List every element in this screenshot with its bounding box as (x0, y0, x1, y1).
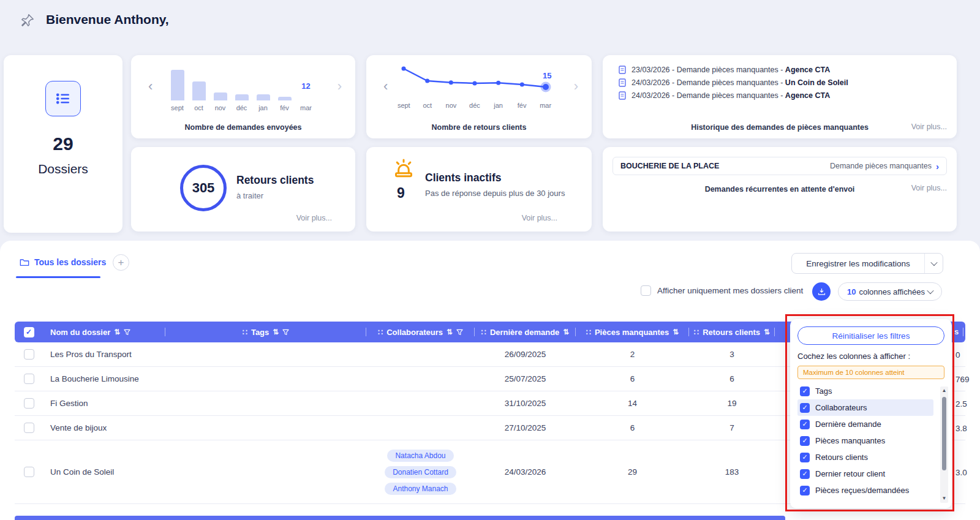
column-header-retours-clients[interactable]: ∷Retours clients⇅ (689, 322, 775, 342)
history-card: 23/03/2026 - Demande pièces manquantes -… (603, 55, 957, 138)
sort-icon[interactable]: ⇅ (273, 328, 279, 336)
sort-icon[interactable]: ⇅ (673, 328, 679, 336)
recurrente-item[interactable]: BOUCHERIE DE LA PLACE Demande pièces man… (612, 157, 947, 175)
checked-checkbox[interactable]: ✓ (800, 453, 810, 462)
bar (278, 97, 292, 100)
select-all-checkbox[interactable]: ✓ (24, 327, 34, 337)
drag-handle-icon[interactable]: ∷ (694, 328, 699, 337)
x-tick-label: fév (510, 102, 534, 109)
sort-icon[interactable]: ⇅ (114, 328, 120, 336)
bar (171, 70, 184, 100)
row-checkbox[interactable] (24, 398, 34, 409)
collaborator-pill[interactable]: Natacha Abdou (387, 450, 453, 462)
scroll-down-arrow-icon[interactable]: ▼ (940, 496, 948, 502)
clipped-cell-value: 2.5 (956, 399, 967, 408)
drag-handle-icon[interactable]: ∷ (586, 328, 591, 337)
bar-chart-title: Nombre de demandes envoyées (131, 123, 355, 132)
client-returns-count: 7 (729, 423, 734, 432)
column-toggle-dernier-retour-client[interactable]: ✓Dernier retour client (797, 465, 933, 482)
dossiers-card[interactable]: 29 Dossiers (4, 55, 123, 233)
drag-handle-icon[interactable]: ∷ (481, 328, 486, 337)
bar-value-label: 12 (295, 81, 317, 91)
sort-icon[interactable]: ⇅ (447, 328, 453, 336)
drag-handle-icon[interactable]: ∷ (243, 328, 247, 337)
dashboard-screen: Bienvenue Anthony, 29 Dossiers ‹ septoct… (0, 0, 980, 520)
column-label: Retours clients (703, 328, 760, 337)
add-tab-button[interactable]: + (113, 254, 129, 271)
chevron-right-icon[interactable]: › (574, 80, 578, 93)
missing-pieces-count: 14 (628, 399, 637, 408)
column-toggle-tags[interactable]: ✓Tags (797, 383, 933, 399)
save-modifications-button[interactable]: Enregistrer les modifications (791, 253, 943, 274)
scrollbar-thumb[interactable] (942, 397, 946, 470)
column-toggle-retours-clients[interactable]: ✓Retours clients (797, 449, 933, 465)
x-tick-label: fév (280, 104, 289, 111)
history-item[interactable]: 24/03/2026 - Demande pièces manquantes -… (619, 89, 848, 102)
clipped-cell-value: 3.0 (956, 467, 967, 477)
collaborator-pill[interactable]: Donatien Cottard (385, 466, 456, 478)
row-checkbox[interactable] (24, 467, 34, 477)
popover-scrollbar[interactable]: ▲ ▼ (940, 386, 948, 503)
last-request-date: 25/07/2025 (505, 374, 546, 383)
inactifs-more-link[interactable]: Voir plus... (522, 214, 557, 222)
columns-count: 10 (847, 287, 856, 296)
scroll-up-arrow-icon[interactable]: ▲ (940, 388, 948, 394)
column-toggle-pieces-manquantes[interactable]: ✓Pièces manquantes (797, 432, 933, 449)
column-toggle-derniere-demande[interactable]: ✓Dernière demande (797, 416, 933, 432)
column-header-pieces-manquantes[interactable]: ∷Pièces manquantes⇅ (576, 322, 689, 342)
bar (214, 92, 227, 100)
sort-icon[interactable]: ⇅ (563, 328, 569, 336)
tab-tous-les-dossiers[interactable]: Tous les dossiers (20, 257, 106, 267)
column-header-derniere-demande[interactable]: ∷Dernière demande⇅ (475, 322, 576, 342)
checked-checkbox[interactable]: ✓ (800, 420, 810, 429)
history-more-link[interactable]: Voir plus... (911, 122, 947, 131)
history-item[interactable]: 24/03/2026 - Demande pièces manquantes -… (619, 76, 848, 89)
pin-icon[interactable] (21, 13, 34, 27)
row-checkbox[interactable] (24, 374, 34, 384)
only-my-clients-checkbox[interactable] (641, 285, 651, 296)
history-client: Un Coin de Soleil (785, 78, 848, 87)
checked-checkbox[interactable]: ✓ (800, 469, 810, 479)
row-checkbox[interactable] (24, 349, 34, 360)
checked-checkbox[interactable]: ✓ (800, 486, 810, 496)
chevron-left-icon[interactable]: ‹ (148, 80, 153, 93)
save-dropdown-toggle[interactable] (924, 254, 943, 273)
columns-count-label: colonnes affichées (859, 287, 924, 296)
reset-filters-button[interactable]: Réinitialiser les filtres (797, 326, 944, 345)
column-header-tags[interactable]: ∷Tags⇅ (165, 322, 366, 342)
recurrentes-more-link[interactable]: Voir plus... (911, 184, 947, 192)
bar-chart-bars: septoctnovdécjanfév12mar (167, 65, 317, 111)
export-button[interactable] (812, 282, 831, 301)
column-toggle-pieces-recues-demandees[interactable]: ✓Pièces reçues/demandées (797, 482, 933, 499)
x-tick-label: déc (236, 104, 247, 111)
x-tick-label: sept (171, 104, 184, 111)
chevron-left-icon[interactable]: ‹ (383, 80, 388, 93)
filter-icon[interactable] (282, 329, 289, 336)
checked-checkbox[interactable]: ✓ (800, 436, 810, 446)
retours-chart-card: ‹ 15 septoctnovdécjanfévmar › Nombre de … (366, 55, 592, 138)
collaborator-pill[interactable]: Anthony Manach (385, 483, 456, 495)
missing-pieces-count: 2 (630, 350, 635, 359)
chevron-right-icon[interactable]: › (936, 161, 939, 171)
columns-list: ✓Tags✓Collaborateurs✓Dernière demande✓Pi… (797, 383, 933, 499)
columns-displayed-dropdown[interactable]: 10 colonnes affichées (838, 282, 942, 301)
filter-icon[interactable] (124, 329, 130, 336)
drag-handle-icon[interactable]: ∷ (378, 328, 383, 337)
inactifs-count: 9 (397, 185, 405, 202)
chevron-right-icon[interactable]: › (337, 80, 342, 93)
recurrentes-card: BOUCHERIE DE LA PLACE Demande pièces man… (603, 147, 957, 232)
column-toggle-collaborateurs[interactable]: ✓Collaborateurs (797, 399, 933, 416)
x-tick-label: oct (416, 102, 440, 109)
column-toggle-label: Collaborateurs (815, 403, 867, 412)
history-item[interactable]: 23/03/2026 - Demande pièces manquantes -… (619, 63, 848, 76)
bar (235, 94, 249, 100)
column-header-collaborateurs[interactable]: ∷Collaborateurs⇅ (366, 322, 475, 342)
checked-checkbox[interactable]: ✓ (800, 403, 810, 413)
sort-icon[interactable]: ⇅ (764, 328, 770, 336)
filter-icon[interactable] (456, 329, 463, 336)
column-header-nom-du-dossier[interactable]: Nom du dossier⇅ (43, 322, 165, 342)
checked-checkbox[interactable]: ✓ (800, 386, 810, 396)
line-chart-title: Nombre de retours clients (366, 123, 592, 132)
row-checkbox[interactable] (24, 423, 34, 433)
retours-more-link[interactable]: Voir plus... (296, 214, 332, 222)
